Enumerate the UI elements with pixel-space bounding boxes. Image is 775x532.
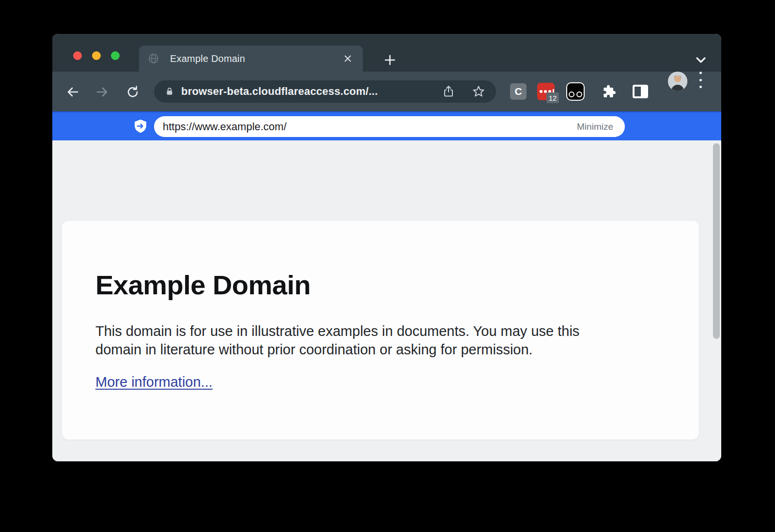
address-url-text: browser-beta.cloudflareaccess.com/... bbox=[181, 85, 442, 98]
page-viewport: Example Domain This domain is for use in… bbox=[52, 140, 721, 461]
lock-icon bbox=[165, 86, 174, 97]
tab-title: Example Domain bbox=[170, 53, 341, 64]
new-tab-button[interactable] bbox=[383, 53, 397, 67]
password-manager-extension-icon[interactable]: 12 bbox=[537, 83, 555, 100]
extensions-puzzle-icon[interactable] bbox=[601, 84, 617, 99]
minimize-window-button[interactable] bbox=[92, 51, 101, 60]
more-information-link[interactable]: More information... bbox=[95, 374, 213, 390]
address-bar[interactable]: browser-beta.cloudflareaccess.com/... bbox=[154, 80, 496, 103]
toolbar: browser-beta.cloudflareaccess.com/... C bbox=[52, 72, 721, 111]
profile-avatar[interactable] bbox=[668, 72, 687, 91]
zoom-window-button[interactable] bbox=[111, 51, 120, 60]
chevron-down-icon[interactable] bbox=[694, 54, 708, 66]
tab-strip: Example Domain bbox=[52, 34, 721, 72]
isolation-shield-icon bbox=[134, 119, 147, 135]
scrollbar-thumb[interactable] bbox=[713, 143, 720, 339]
isolation-url-input[interactable] bbox=[163, 121, 577, 133]
back-icon[interactable] bbox=[66, 85, 79, 99]
browser-menu-icon[interactable] bbox=[698, 72, 702, 88]
minimize-button[interactable]: Minimize bbox=[577, 122, 613, 132]
screenshot-canvas: Example Domain bbox=[0, 0, 775, 532]
side-panel-icon[interactable] bbox=[633, 85, 648, 98]
reload-icon[interactable] bbox=[126, 85, 140, 99]
isolation-url-pill: Minimize bbox=[154, 116, 625, 137]
page-title: Example Domain bbox=[95, 269, 665, 301]
two-circles-extension-icon[interactable] bbox=[566, 82, 585, 101]
forward-icon[interactable] bbox=[95, 85, 109, 99]
tab-example-domain[interactable]: Example Domain bbox=[139, 46, 363, 72]
page-paragraph: This domain is for use in illustrative e… bbox=[95, 322, 665, 359]
close-window-button[interactable] bbox=[73, 51, 82, 60]
tab-close-icon[interactable] bbox=[341, 52, 354, 65]
browser-window: Example Domain bbox=[52, 34, 721, 461]
extension-badge: 12 bbox=[546, 92, 559, 103]
content-card: Example Domain This domain is for use in… bbox=[62, 221, 699, 440]
globe-favicon-icon bbox=[148, 53, 159, 64]
share-icon[interactable] bbox=[442, 85, 455, 98]
bookmark-star-icon[interactable] bbox=[472, 85, 485, 98]
isolation-bar: Minimize bbox=[52, 111, 721, 140]
extension-c-icon[interactable]: C bbox=[510, 83, 527, 100]
